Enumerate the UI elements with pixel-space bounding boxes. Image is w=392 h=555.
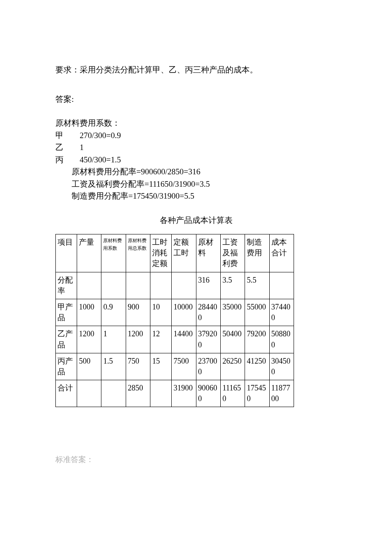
cell: 41250 [245,353,269,380]
th-mfg: 制造费用 [245,234,269,272]
cell: 35000 [220,299,245,326]
cell: 111650 [220,380,245,407]
cell: 10000 [172,299,196,326]
cell: 55000 [245,299,269,326]
coeff-line-bing: 丙 450/300=1.5 [55,154,337,166]
table-row-bing: 丙产品 500 1.5 750 15 7500 237000 26250 412… [56,353,294,380]
cell: 379200 [196,326,220,353]
cell: 1200 [77,326,101,353]
cell: 500 [77,353,101,380]
cell [150,380,172,407]
coeff-line-jia: 甲 270/300=0.9 [55,130,337,142]
answer-label-paragraph: 答案: [55,93,337,106]
cell [269,272,294,299]
th-project: 项目 [56,234,77,272]
requirement-paragraph: 要求：采用分类法分配计算甲、乙、丙三种产品的成本。 [55,64,337,76]
cell: 10 [150,299,172,326]
cell: 31900 [172,380,196,407]
th-wage: 工资及福利费 [220,234,245,272]
table-header-row: 项目 产量 原材料费用系数 原材料费用总系数 工时消耗定额 定额工时 原材料 工… [56,234,294,272]
cell: 1 [101,326,126,353]
cell: 374400 [269,299,294,326]
table-title: 各种产品成本计算表 [55,214,337,227]
cell: 1187700 [269,380,294,407]
cell: 7500 [172,353,196,380]
cell: 900 [126,299,150,326]
cell: 12 [150,326,172,353]
cell-label: 分配率 [56,272,77,299]
th-sum: 成本合计 [269,234,294,272]
table-row-jia: 甲产品 1000 0.9 900 10 10000 284400 35000 5… [56,299,294,326]
cell: 50400 [220,326,245,353]
cell: 237000 [196,353,220,380]
cell: 175450 [245,380,269,407]
cell [101,380,126,407]
rate-line-1: 原材料费用分配率=900600/2850=316 [55,166,337,178]
th-coeff: 原材料费用系数 [101,234,126,272]
cell: 1000 [77,299,101,326]
cell: 284400 [196,299,220,326]
cell-label: 丙产品 [56,353,77,380]
th-total-coeff: 原材料费用总系数 [126,234,150,272]
cell [101,272,126,299]
document-page: 要求：采用分类法分配计算甲、乙、丙三种产品的成本。 答案: 原材料费用系数： 甲… [0,0,392,555]
cell: 15 [150,353,172,380]
answer-label: 答案: [55,95,74,104]
rate-line-3: 制造费用分配率=175450/31900=5.5 [55,190,337,202]
cell [126,272,150,299]
cell [150,272,172,299]
coefficients-block: 原材料费用系数： 甲 270/300=0.9 乙 1 丙 450/300=1.5 [55,117,337,166]
cell: 304500 [269,353,294,380]
table-row-yi: 乙产品 1200 1 1200 12 14400 379200 50400 79… [56,326,294,353]
coeff-heading: 原材料费用系数： [55,117,337,130]
cell: 1200 [126,326,150,353]
cell: 2850 [126,380,150,407]
cell-label: 乙产品 [56,326,77,353]
rate-line-2: 工资及福利费分配率=111650/31900=3.5 [55,178,337,191]
cell [77,272,101,299]
cell: 14400 [172,326,196,353]
cell: 508800 [269,326,294,353]
cell: 3.5 [220,272,245,299]
cell-label: 甲产品 [56,299,77,326]
cell [77,380,101,407]
cell: 1.5 [101,353,126,380]
rate-block: 原材料费用分配率=900600/2850=316 工资及福利费分配率=11165… [55,166,337,202]
table-row-total: 合计 2850 31900 900600 111650 175450 11877… [56,380,294,407]
th-quota-hour: 定额工时 [172,234,196,272]
cell-label: 合计 [56,380,77,407]
cell: 316 [196,272,220,299]
cell: 5.5 [245,272,269,299]
requirement-text: 要求：采用分类法分配计算甲、乙、丙三种产品的成本。 [55,65,258,74]
cell: 900600 [196,380,220,407]
cost-calc-table: 项目 产量 原材料费用系数 原材料费用总系数 工时消耗定额 定额工时 原材料 工… [55,234,294,407]
th-hour-norm: 工时消耗定额 [150,234,172,272]
table-row-alloc-rate: 分配率 316 3.5 5.5 [56,272,294,299]
coeff-line-yi: 乙 1 [55,142,337,154]
cell: 79200 [245,326,269,353]
cell [172,272,196,299]
cell: 0.9 [101,299,126,326]
cell: 750 [126,353,150,380]
cell: 26250 [220,353,245,380]
th-output: 产量 [77,234,101,272]
th-raw: 原材料 [196,234,220,272]
standard-answer-label: 标准答案： [55,454,337,465]
